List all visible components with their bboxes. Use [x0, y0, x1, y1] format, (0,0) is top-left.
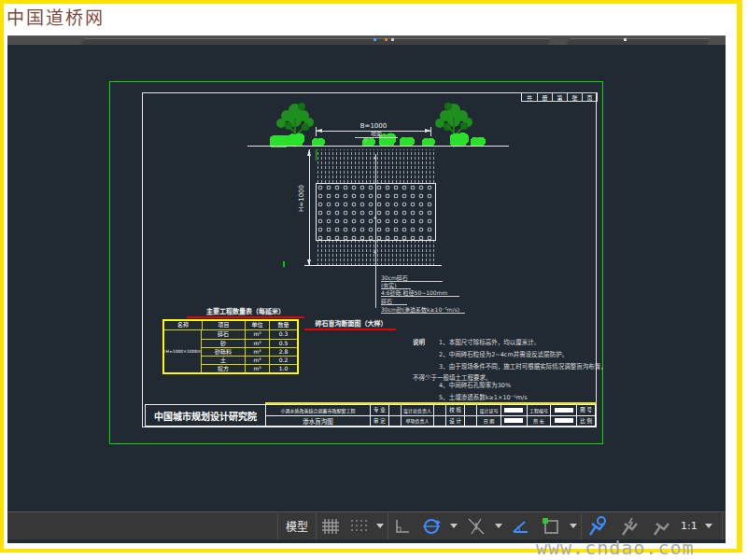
qty-value: 0.2 [269, 357, 297, 364]
tb-value [389, 405, 401, 415]
layer-callout: 碎石 [381, 297, 407, 305]
qty-unit: m³ [245, 348, 269, 356]
red-underline [304, 329, 396, 330]
chevron-down-icon[interactable] [570, 524, 577, 528]
watermark-frame-right [737, 0, 742, 553]
tb-redacted [501, 415, 527, 427]
dim-arrow [307, 259, 311, 266]
tb-label: 审 定 [371, 415, 388, 427]
tab-icon-fragment [374, 38, 376, 41]
section-title: 碎石盲沟断面图（大样） [306, 318, 396, 328]
node-marker: + [373, 248, 377, 255]
model-tab-button[interactable]: 模型 [278, 513, 316, 539]
corner-cell: 页 [582, 93, 597, 101]
snap-grid-button[interactable] [317, 513, 345, 539]
ortho-button[interactable] [388, 513, 416, 539]
qty-item: 挖方 [202, 365, 245, 372]
qty-item: 土 [202, 357, 245, 364]
qty-header: 项目 [202, 321, 245, 329]
tb-label: 图 号 [577, 405, 595, 415]
note-line: 1、本图尺寸除标高外，均以厘米计。 [439, 337, 540, 346]
dim-h-text: H=1000 [298, 185, 305, 212]
qty-unit: m³ [245, 357, 269, 364]
corner-cell: 册 [537, 93, 552, 101]
redacted-block [555, 408, 573, 413]
polar-tracking-icon [421, 517, 442, 536]
table-row: 挖方 m³ 1.0 [202, 364, 297, 372]
separator [722, 513, 723, 539]
isometric-angle-button[interactable] [506, 513, 536, 539]
tb-label: 工程编号 [528, 405, 551, 415]
tb-value [434, 405, 445, 415]
table-row: 碎石 m³ 0.3 [202, 330, 297, 339]
notes-label: 说明 [413, 337, 425, 346]
tab-icon-fragment [624, 38, 627, 41]
object-snap-icon [541, 517, 561, 536]
osnap-tracking-button[interactable] [461, 513, 491, 539]
site-watermark-top: 中国道桥网 [7, 4, 105, 29]
tb-label: 单项负责人 [402, 415, 434, 427]
qty-header: 单位 [245, 321, 269, 329]
red-underline [187, 316, 304, 318]
tab-icon-fragment [391, 38, 394, 41]
chevron-down-icon[interactable] [376, 524, 384, 528]
tb-label: 设 计 [446, 415, 464, 427]
qty-item: 砂砾料 [202, 348, 245, 356]
tb-value [465, 405, 476, 415]
qty-unit: m³ [245, 330, 269, 339]
object-snap-button[interactable] [536, 513, 566, 539]
file-tab[interactable] [566, 38, 711, 45]
ground-line [247, 146, 509, 147]
tb-label: 设计证号 [477, 405, 500, 415]
layer-callout: 30cm砂(渗透系数k≥10⁻⁵m/s) [381, 305, 465, 314]
chevron-down-icon[interactable] [495, 524, 502, 528]
dim-line-h [309, 149, 310, 266]
tb-label: 比 例 [577, 415, 595, 427]
tick-mark [316, 149, 317, 161]
annotation-scale-button[interactable] [645, 513, 677, 539]
annotation-visibility-button[interactable] [582, 513, 613, 539]
elevation-marker-icon: ▽ [363, 136, 368, 144]
redacted-block [555, 418, 573, 423]
tb-value [434, 415, 445, 427]
corner-cell: 共 [522, 93, 537, 101]
dim-ext-line [430, 127, 431, 136]
qty-table: 名称 项目 单位 数量 B×H=1000×1000mm 碎石 m³ 0.3 砂 … [162, 319, 299, 374]
polar-tracking-button[interactable] [416, 513, 446, 539]
tb-label: 所 长 [528, 415, 551, 427]
annotation-visibility-icon [586, 516, 609, 537]
qty-item: 砂 [202, 340, 245, 347]
table-row: 砂砾料 m³ 2.8 [202, 347, 297, 356]
qty-item: 碎石 [202, 330, 245, 339]
qty-table-header-row: 名称 项目 单位 数量 [164, 321, 297, 329]
tb-label: 校 核 [446, 405, 464, 415]
tb-label: 日 期 [477, 415, 500, 427]
node-marker: + [373, 154, 377, 161]
tb-redacted [551, 415, 576, 427]
ortho-icon [393, 518, 412, 535]
qty-table-title: 主要工程数量表（每延米） [187, 306, 304, 315]
status-bar: 模型 [7, 511, 726, 539]
tb-label: 设计总负责人 [402, 405, 434, 415]
drawing-canvas[interactable]: 共 册 第 张 页 B= [7, 45, 726, 511]
grid-display-button[interactable] [345, 513, 373, 539]
watermark-frame-top [0, 0, 742, 4]
drawing-name: 渗水盲沟图 [266, 415, 370, 427]
file-tab-bar[interactable] [7, 35, 726, 45]
center-line [375, 154, 376, 308]
chevron-down-icon[interactable] [450, 524, 458, 528]
cad-window: 共 册 第 张 页 B= [7, 35, 726, 543]
qty-value: 1.0 [269, 365, 297, 372]
table-row: 砂 m³ 0.5 [202, 339, 297, 347]
site-watermark-bottom: www.cndao.com [536, 537, 740, 559]
corner-cell: 第 [552, 93, 567, 101]
chevron-down-icon[interactable] [705, 524, 712, 528]
annotation-autoscale-button[interactable] [613, 513, 645, 539]
file-tab[interactable] [80, 38, 552, 45]
annotation-scale-value[interactable]: 1:1 [677, 513, 701, 539]
tb-value [465, 415, 476, 427]
dim-arrow [316, 129, 322, 133]
bush-icon [288, 133, 304, 147]
tb-redacted [501, 405, 527, 415]
tb-label: 专 业 [371, 405, 388, 415]
